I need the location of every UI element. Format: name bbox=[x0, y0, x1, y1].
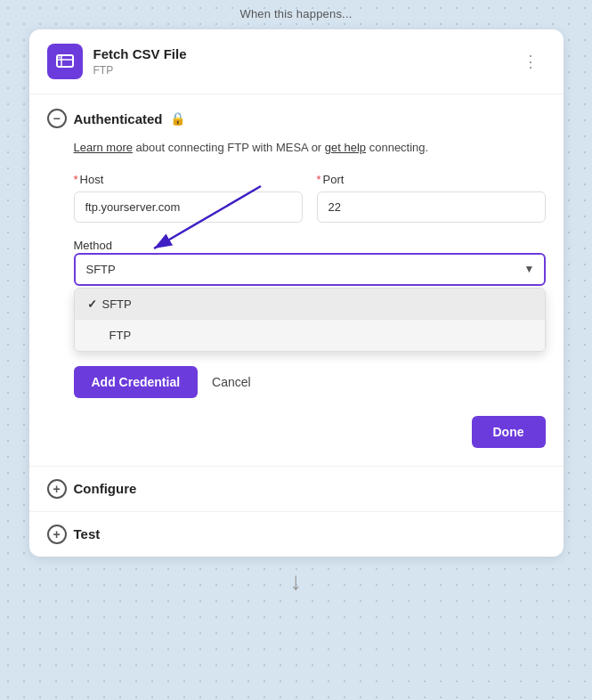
authenticated-section-header[interactable]: − Authenticated 🔒 bbox=[47, 94, 546, 139]
get-help-link[interactable]: get help bbox=[325, 141, 366, 154]
when-this-happens-label: When this happens... bbox=[239, 7, 352, 20]
configure-label: Configure bbox=[74, 481, 137, 496]
arrow-down-icon: ↓ bbox=[290, 569, 303, 594]
card-subtitle: FTP bbox=[93, 64, 114, 77]
configure-section[interactable]: + Configure bbox=[29, 466, 564, 511]
port-field-group: *Port bbox=[317, 173, 546, 223]
svg-point-3 bbox=[58, 57, 60, 59]
test-section[interactable]: + Test bbox=[29, 511, 564, 557]
checkmark-icon: ✓ bbox=[87, 297, 97, 311]
more-options-button[interactable]: ⋮ bbox=[515, 48, 546, 75]
card-header: Fetch CSV File FTP ⋮ bbox=[29, 29, 564, 94]
main-card: Fetch CSV File FTP ⋮ − Authenticated 🔒 L… bbox=[29, 29, 564, 557]
host-input[interactable] bbox=[74, 191, 303, 223]
configure-expand-icon: + bbox=[47, 479, 67, 499]
collapse-icon: − bbox=[47, 109, 67, 128]
method-dropdown: ✓ SFTP FTP bbox=[74, 288, 546, 352]
method-select[interactable]: SFTP FTP bbox=[74, 253, 546, 286]
info-text: Learn more about connecting FTP with MES… bbox=[74, 139, 546, 157]
host-field-group: *Host bbox=[74, 173, 303, 223]
authenticated-label: Authenticated bbox=[74, 111, 163, 126]
method-option-ftp[interactable]: FTP bbox=[75, 320, 545, 351]
test-expand-icon: + bbox=[47, 525, 67, 544]
card-title: Fetch CSV File bbox=[93, 46, 187, 61]
add-credential-button[interactable]: Add Credential bbox=[74, 366, 199, 398]
method-section: Method SFTP FTP ▼ ✓ SFTP bbox=[74, 237, 546, 286]
learn-more-link[interactable]: Learn more bbox=[74, 141, 133, 154]
app-icon bbox=[47, 44, 83, 79]
arrow-down-container: ↓ bbox=[290, 569, 303, 594]
port-label: *Port bbox=[317, 173, 546, 186]
host-label: *Host bbox=[74, 173, 303, 186]
cancel-button[interactable]: Cancel bbox=[212, 375, 251, 389]
port-input[interactable] bbox=[317, 191, 546, 223]
method-label: Method bbox=[74, 239, 112, 252]
form-actions: Add Credential Cancel bbox=[74, 366, 546, 398]
done-button[interactable]: Done bbox=[472, 416, 546, 448]
test-label: Test bbox=[74, 526, 101, 541]
lock-icon: 🔒 bbox=[170, 111, 185, 126]
method-option-sftp[interactable]: ✓ SFTP bbox=[75, 289, 545, 320]
